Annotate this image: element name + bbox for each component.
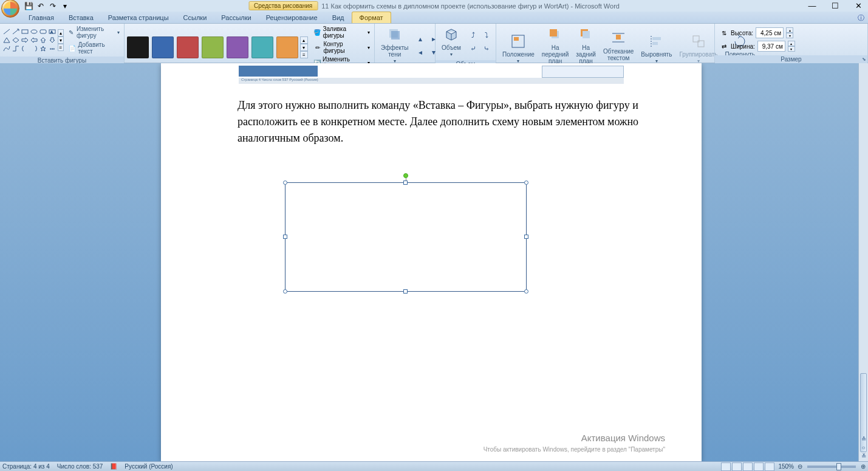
shape-triangle-icon[interactable] xyxy=(2,36,11,44)
shape-roundrect-icon[interactable] xyxy=(39,28,47,36)
size-launcher[interactable]: ⬊ xyxy=(862,55,866,64)
shape-rarrow-icon[interactable] xyxy=(21,36,29,44)
maximize-button[interactable]: ☐ xyxy=(828,0,842,11)
ribbon-help-icon[interactable]: ⓘ xyxy=(858,13,864,22)
3d-tilt-left[interactable]: ⤶ xyxy=(467,43,479,55)
swatch-red[interactable] xyxy=(177,36,199,58)
styles-more[interactable]: ≡ xyxy=(300,51,308,58)
swatch-orange[interactable] xyxy=(276,36,298,58)
swatch-black[interactable] xyxy=(127,36,149,58)
tab-page-layout[interactable]: Разметка страницы xyxy=(101,12,176,23)
edit-shape-button[interactable]: ✎Изменить фигуру▾ xyxy=(66,25,121,40)
shape-brace2-icon[interactable] xyxy=(30,45,38,53)
statusbar: Страница: 4 из 4 Число слов: 537 📕 Русск… xyxy=(0,461,868,471)
selected-rectangle-shape[interactable] xyxy=(285,182,527,292)
shape-more-icon[interactable]: ⋯ xyxy=(48,45,56,53)
status-language[interactable]: Русский (Россия) xyxy=(125,463,173,470)
align-button[interactable]: Выровнять▾ xyxy=(637,32,675,66)
view-outline[interactable] xyxy=(754,462,764,471)
activation-watermark-sub: Чтобы активировать Windows, перейдите в … xyxy=(484,446,665,453)
shapes-more[interactable]: ≡ xyxy=(58,44,64,51)
tab-insert[interactable]: Вставка xyxy=(61,12,101,23)
zoom-thumb[interactable] xyxy=(836,463,841,470)
3d-tilt-right[interactable]: ⤵ xyxy=(480,29,493,41)
minimize-button[interactable]: — xyxy=(805,0,819,11)
shape-brace-icon[interactable] xyxy=(21,45,29,53)
save-button[interactable]: 💾 xyxy=(23,1,34,12)
resize-handle-bl[interactable] xyxy=(283,289,287,294)
height-spinner[interactable]: ▴▾ xyxy=(786,27,793,38)
zoom-percent[interactable]: 150% xyxy=(778,463,794,470)
shape-fill-button[interactable]: 🪣Заливка фигуры▾ xyxy=(312,25,372,40)
shape-oval-icon[interactable] xyxy=(30,28,38,36)
resize-handle-tr[interactable] xyxy=(524,180,528,185)
vertical-scrollbar[interactable]: ≙ ○ ≚ xyxy=(858,63,868,461)
shapes-scroll-up[interactable]: ▴ xyxy=(58,29,64,36)
shapes-scroll-down[interactable]: ▾ xyxy=(58,36,64,44)
tab-format[interactable]: Формат xyxy=(352,12,391,23)
close-button[interactable]: ✕ xyxy=(851,0,866,11)
svg-point-3 xyxy=(31,30,37,33)
resize-handle-l[interactable] xyxy=(283,235,287,239)
3d-tilt-up[interactable]: ⤴ xyxy=(467,29,479,41)
view-draft[interactable] xyxy=(765,462,774,471)
shapes-gallery[interactable]: A ⋯ xyxy=(2,28,56,53)
status-page[interactable]: Страница: 4 из 4 xyxy=(2,463,50,470)
tab-mailings[interactable]: Рассылки xyxy=(214,12,258,23)
swatch-teal[interactable] xyxy=(251,36,273,58)
swatch-blue[interactable] xyxy=(152,36,174,58)
page[interactable]: Страница 4 Число слов 537 Русский (Росси… xyxy=(161,63,702,461)
shape-uarrow-icon[interactable] xyxy=(39,36,47,44)
view-full-screen[interactable] xyxy=(732,462,742,471)
height-input[interactable] xyxy=(756,27,784,38)
shape-curve-icon[interactable] xyxy=(2,45,11,53)
tab-references[interactable]: Ссылки xyxy=(176,12,214,23)
shadow-effects-button[interactable]: Эффекты тени▾ xyxy=(377,25,412,66)
3d-tilt-down[interactable]: ⤷ xyxy=(480,43,493,55)
view-print-layout[interactable] xyxy=(721,462,731,471)
position-button[interactable]: Положение▾ xyxy=(499,32,538,66)
swatch-purple[interactable] xyxy=(227,36,248,58)
shape-larrow-icon[interactable] xyxy=(30,36,38,44)
tab-view[interactable]: Вид xyxy=(325,12,352,23)
undo-button[interactable]: ↶ xyxy=(35,1,46,12)
3d-effects-button[interactable]: Объем▾ xyxy=(438,25,465,59)
width-spinner[interactable]: ▴▾ xyxy=(788,41,795,52)
shape-arrow-icon[interactable] xyxy=(12,28,20,36)
shape-outline-button[interactable]: ✏Контур фигуры▾ xyxy=(312,40,372,55)
resize-handle-br[interactable] xyxy=(524,289,528,294)
zoom-out-button[interactable]: ⊖ xyxy=(798,463,802,470)
status-proofing[interactable]: 📕 xyxy=(110,463,117,470)
shape-textbox-icon[interactable]: A xyxy=(48,28,56,36)
redo-button[interactable]: ↷ xyxy=(47,1,58,12)
shadow-left[interactable]: ◂ xyxy=(414,46,426,58)
styles-scroll-up[interactable]: ▴ xyxy=(300,36,308,44)
resize-handle-b[interactable] xyxy=(403,289,408,294)
shape-line-icon[interactable] xyxy=(2,28,11,36)
qat-dropdown[interactable]: ▾ xyxy=(60,1,70,12)
shape-star-icon[interactable] xyxy=(39,45,47,53)
zoom-in-button[interactable]: ⊕ xyxy=(861,463,866,470)
shape-darrow-icon[interactable] xyxy=(48,36,56,44)
rotation-handle[interactable] xyxy=(403,173,408,178)
shape-diamond-icon[interactable] xyxy=(12,36,20,44)
tab-home[interactable]: Главная xyxy=(21,12,61,23)
view-web[interactable] xyxy=(743,462,753,471)
shape-rect-icon[interactable] xyxy=(21,28,29,36)
styles-scroll-down[interactable]: ▾ xyxy=(300,44,308,51)
shape-elbow-icon[interactable] xyxy=(12,45,20,53)
tab-review[interactable]: Рецензирование xyxy=(259,12,325,23)
width-input[interactable] xyxy=(757,41,785,52)
add-text-button[interactable]: 📄Добавить текст xyxy=(66,41,121,55)
resize-handle-tl[interactable] xyxy=(283,180,287,185)
resize-handle-r[interactable] xyxy=(524,235,528,239)
shadow-up[interactable]: ▴ xyxy=(414,33,426,45)
prev-page-button[interactable]: ≙ xyxy=(859,435,868,443)
resize-handle-t[interactable] xyxy=(403,180,408,185)
office-button[interactable] xyxy=(1,0,19,18)
status-words[interactable]: Число слов: 537 xyxy=(57,463,103,470)
next-page-button[interactable]: ≚ xyxy=(859,452,868,460)
browse-object-button[interactable]: ○ xyxy=(859,443,868,452)
swatch-green[interactable] xyxy=(202,36,224,58)
zoom-slider[interactable] xyxy=(807,466,856,468)
